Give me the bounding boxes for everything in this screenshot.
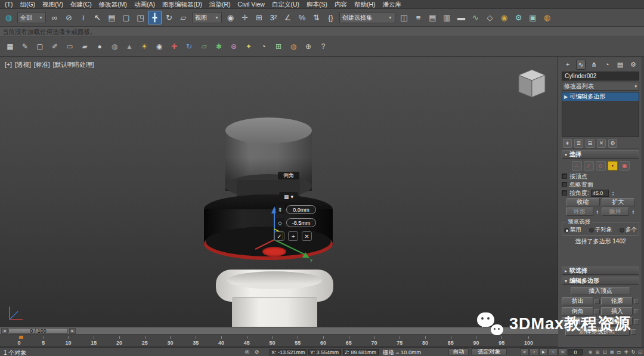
edit-poly-button[interactable]: 挤出: [562, 297, 593, 305]
reference-coordinate-dropdown[interactable]: 视图 ▼: [192, 12, 222, 23]
named-selection-sets-icon[interactable]: {}: [324, 11, 338, 24]
maximize-viewport-icon[interactable]: ◱: [637, 348, 644, 355]
schematic-view-icon[interactable]: ◇: [483, 11, 497, 24]
perspective-viewport[interactable]: [+] [透视] [标准] [默认明暗处理]: [0, 57, 558, 327]
percent-snap-icon[interactable]: %: [295, 11, 309, 24]
grow-button[interactable]: 扩大: [602, 198, 635, 206]
rotate-tool-icon[interactable]: ↻: [182, 40, 196, 53]
key-filter-button[interactable]: 选定对象: [471, 348, 507, 355]
menu-item[interactable]: 创建(C): [67, 0, 95, 9]
settings-box-icon[interactable]: [634, 319, 639, 324]
spinner-icon[interactable]: ▴▾: [595, 209, 600, 214]
window-crossing-toggle-icon[interactable]: ◳: [134, 11, 147, 24]
show-end-result-icon[interactable]: ≣: [574, 139, 583, 148]
next-frame-arrow[interactable]: ▸: [69, 328, 76, 334]
freeform-icon[interactable]: ✎: [18, 40, 32, 53]
remove-modifier-icon[interactable]: ✕: [597, 139, 606, 148]
bevel-type-button[interactable]: ▦ ▾: [279, 192, 298, 202]
track-bar[interactable]: 0510152025303540455055606570758085909510…: [0, 335, 558, 347]
isolate-selection-icon[interactable]: ◎: [243, 348, 251, 355]
settings-box-icon[interactable]: [634, 299, 639, 304]
viewport-menu-pov[interactable]: [透视]: [15, 61, 31, 69]
material-editor-icon[interactable]: ◉: [497, 11, 511, 24]
bottle-neck-object[interactable]: [232, 297, 317, 327]
select-by-name-icon[interactable]: ▤: [105, 11, 119, 24]
preview-subobject-radio[interactable]: 子对象: [589, 226, 612, 234]
go-to-start-button[interactable]: «: [520, 348, 529, 355]
viewport-menu-shading[interactable]: [默认明暗处理]: [53, 61, 94, 69]
keyboard-override-icon[interactable]: ⊞: [252, 11, 266, 24]
field-of-view-icon[interactable]: ▭: [615, 348, 623, 355]
select-and-link-icon[interactable]: ∞: [48, 11, 61, 24]
select-and-manipulate-icon[interactable]: ✛: [238, 11, 252, 24]
mirror-icon[interactable]: ◫: [397, 11, 411, 24]
capsule-primitive-icon[interactable]: ▰: [78, 40, 91, 53]
viewport-menu-general[interactable]: [+]: [5, 61, 12, 69]
clock-icon[interactable]: ◔: [257, 40, 270, 53]
configure-modifier-sets-icon[interactable]: ⚙: [608, 139, 617, 148]
menu-item[interactable]: 渲染(R): [206, 0, 234, 9]
time-slider-handle[interactable]: 0 / 100: [8, 328, 68, 334]
menu-item[interactable]: Civil View: [234, 0, 268, 9]
caddy-cancel-button[interactable]: ✕: [302, 231, 312, 241]
preview-disable-radio[interactable]: 禁用: [564, 226, 581, 234]
rendered-frame-icon[interactable]: ▣: [526, 11, 540, 24]
auto-key-button[interactable]: 自动: [448, 348, 469, 355]
z-coordinate-field[interactable]: Z: 89.681mm: [343, 349, 379, 355]
object-paint-icon[interactable]: ✐: [48, 40, 61, 53]
element-mode-icon[interactable]: ▣: [620, 161, 630, 171]
edit-poly-button[interactable]: 轮廓: [601, 297, 633, 305]
create-tab[interactable]: +: [563, 60, 572, 70]
polygon-mode-icon[interactable]: ▪: [608, 161, 618, 171]
geosphere-icon[interactable]: ◉: [153, 40, 166, 53]
by-angle-checkbox[interactable]: 按角度:: [562, 189, 589, 197]
menu-item[interactable]: 帮助(H): [351, 0, 379, 9]
settings-box-icon[interactable]: [634, 309, 639, 314]
previous-frame-arrow[interactable]: ◂: [1, 328, 8, 334]
menu-item[interactable]: 动画(A): [131, 0, 159, 9]
snaps-toggle-icon[interactable]: 3²: [267, 11, 280, 24]
object-name-field[interactable]: Cylinder002: [562, 72, 639, 81]
border-mode-icon[interactable]: ◇: [596, 161, 606, 171]
ignore-backfacing-checkbox[interactable]: 忽略背面: [562, 181, 639, 188]
utilities-tab[interactable]: ⚙: [628, 60, 638, 70]
select-and-scale-icon[interactable]: ▱: [177, 11, 190, 24]
modifier-stack[interactable]: ▶ 可编辑多边形: [562, 92, 639, 137]
orbit-icon[interactable]: ↻: [630, 348, 637, 355]
sphere-check-icon[interactable]: ◍: [287, 40, 300, 53]
move-tool-icon[interactable]: ✚: [168, 40, 181, 53]
scatter-icon[interactable]: ⊛: [227, 40, 240, 53]
menu-item[interactable]: 内容: [331, 0, 351, 9]
bind-to-space-warp-icon[interactable]: ≀: [76, 11, 90, 24]
angle-value-field[interactable]: 45.0: [591, 190, 609, 197]
edit-polygons-rollout-header[interactable]: ▾ 编辑多边形: [562, 277, 639, 285]
shrink-button[interactable]: 收缩: [566, 198, 600, 206]
rectangular-selection-region-icon[interactable]: ▢: [119, 11, 133, 24]
modify-tab[interactable]: ∿: [576, 60, 586, 70]
plant-icon[interactable]: ✱: [212, 40, 225, 53]
align-icon[interactable]: ≡: [411, 11, 425, 24]
disc-primitive-icon[interactable]: ◍: [108, 40, 121, 53]
zoom-icon[interactable]: ⊕: [587, 348, 594, 355]
make-unique-icon[interactable]: ⊟: [586, 139, 595, 148]
spinner-icon[interactable]: ▴▾: [631, 209, 636, 214]
hierarchy-tab[interactable]: ⋔: [589, 60, 599, 70]
app-logo-icon[interactable]: ◍: [2, 11, 16, 24]
settings-box-icon[interactable]: [595, 299, 600, 304]
caddy-apply-button[interactable]: ＋: [288, 231, 298, 241]
selection-rollout-header[interactable]: ▾ 选择: [562, 150, 639, 159]
marker-icon[interactable]: ✦: [242, 40, 255, 53]
cone-primitive-icon[interactable]: ▲: [123, 40, 136, 53]
render-setup-icon[interactable]: ⚙: [512, 11, 525, 24]
zoom-extents-all-icon[interactable]: ⊠: [608, 348, 615, 355]
modifier-stack-item[interactable]: ▶ 可编辑多边形: [562, 92, 639, 101]
edge-mode-icon[interactable]: ∕: [584, 161, 594, 171]
box-primitive-icon[interactable]: ▭: [63, 40, 76, 53]
grid-icon[interactable]: ⊞: [272, 40, 285, 53]
select-and-rotate-icon[interactable]: ↻: [162, 11, 176, 24]
menu-item[interactable]: 脚本(S): [303, 0, 331, 9]
x-coordinate-field[interactable]: X: -13.521mm: [270, 349, 306, 355]
caddy-ok-button[interactable]: ✓: [274, 231, 284, 241]
previous-frame-button[interactable]: ‹: [530, 348, 538, 355]
selection-ribbon-icon[interactable]: ▢: [33, 40, 47, 53]
